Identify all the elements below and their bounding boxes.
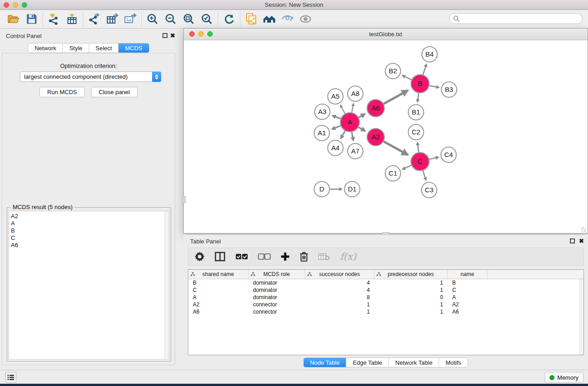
table-row[interactable]: Cdominator41C xyxy=(188,286,583,294)
hide-panel-eye-icon[interactable] xyxy=(278,11,296,27)
zoom-out-icon[interactable] xyxy=(162,11,180,27)
edge-A6-B[interactable] xyxy=(384,91,408,104)
cell-name[interactable]: B xyxy=(448,279,488,286)
edge-A-A2[interactable] xyxy=(359,127,365,131)
close-panel-button[interactable]: Close panel xyxy=(91,87,138,97)
add-column-plus-icon[interactable] xyxy=(281,250,290,263)
cell-predecessor-nodes[interactable]: 1 xyxy=(374,308,448,315)
column-visibility-icon[interactable] xyxy=(215,250,225,263)
cell-predecessor-nodes[interactable]: 1 xyxy=(374,301,448,308)
minimize-window-button[interactable] xyxy=(13,2,18,8)
mcds-result-list[interactable]: A2ABCA6 xyxy=(9,211,169,360)
tab-network-table[interactable]: Network Table xyxy=(389,358,439,367)
close-window-button[interactable] xyxy=(4,2,9,8)
table-options-gear-icon[interactable] xyxy=(195,250,205,263)
mcds-result-item[interactable]: A xyxy=(11,220,163,227)
cell-name[interactable]: A xyxy=(448,294,488,301)
tab-select[interactable]: Select xyxy=(89,43,119,52)
cell-successor-nodes[interactable]: 1 xyxy=(305,301,374,308)
run-mcds-button[interactable]: Run MCDS xyxy=(39,87,85,97)
cell-shared-name[interactable]: A xyxy=(188,294,249,301)
zoom-in-icon[interactable] xyxy=(143,11,162,27)
column-header-successor-nodes[interactable]: successor nodes xyxy=(305,270,374,279)
edge-B-B3[interactable] xyxy=(430,86,439,87)
search-input[interactable] xyxy=(460,14,582,23)
cell-MCDS-role[interactable]: connector xyxy=(249,308,305,315)
result-list-scrollbar[interactable] xyxy=(164,211,169,359)
cell-MCDS-role[interactable]: dominator xyxy=(249,286,305,294)
memory-button[interactable]: Memory xyxy=(545,372,583,383)
cell-MCDS-role[interactable]: connector xyxy=(249,301,305,308)
mcds-result-item[interactable]: C xyxy=(11,234,163,242)
tab-style[interactable]: Style xyxy=(63,43,89,52)
window-resize-grip[interactable] xyxy=(581,227,587,232)
mcds-result-item[interactable]: A2 xyxy=(11,213,163,220)
edge-C-C3[interactable] xyxy=(423,171,426,181)
edge-B-B2[interactable] xyxy=(402,76,411,80)
column-header-predecessor-nodes[interactable]: predecessor nodes xyxy=(374,270,448,279)
table-scrollbar[interactable] xyxy=(579,279,583,355)
cell-MCDS-role[interactable]: dominator xyxy=(249,294,305,301)
cell-shared-name[interactable]: B xyxy=(188,279,249,286)
edge-A-A6[interactable] xyxy=(359,114,365,118)
network-minimize-button[interactable] xyxy=(198,31,204,37)
optimization-criterion-select[interactable]: largest connected component (directed) xyxy=(20,71,161,82)
table-panel-float-icon[interactable] xyxy=(570,238,575,243)
network-graph[interactable]: AA1A2A3A4A5A6A7A8BB1B2B3B4CC1C2C3C4DD1 xyxy=(184,40,587,233)
vertical-divider-handle[interactable] xyxy=(182,196,186,203)
table-row[interactable]: Bdominator41B xyxy=(188,279,583,286)
cell-shared-name[interactable]: C xyxy=(188,286,249,294)
edge-A-A8[interactable] xyxy=(352,103,354,112)
column-header-name[interactable]: name xyxy=(448,270,488,279)
select-all-icon[interactable] xyxy=(235,250,248,263)
tab-mcds[interactable]: MCDS xyxy=(119,43,148,52)
cell-predecessor-nodes[interactable]: 1 xyxy=(374,286,448,294)
edge-A-A7[interactable] xyxy=(352,132,354,141)
apply-layout-icon[interactable] xyxy=(220,11,238,27)
export-image-icon[interactable] xyxy=(121,11,139,27)
tab-node-table[interactable]: Node Table xyxy=(304,358,347,367)
show-panel-eye-icon[interactable] xyxy=(296,11,315,27)
search-field[interactable] xyxy=(449,13,583,24)
table-row[interactable]: A6connector11A6 xyxy=(188,308,583,315)
control-panel-float-icon[interactable] xyxy=(163,33,167,38)
cell-name[interactable]: C xyxy=(448,286,488,294)
edge-C-C4[interactable] xyxy=(429,157,439,159)
cell-name[interactable]: A6 xyxy=(448,308,488,315)
cell-successor-nodes[interactable]: 1 xyxy=(305,308,374,315)
task-history-button[interactable] xyxy=(5,372,16,383)
edge-B-B4[interactable] xyxy=(423,64,426,75)
cell-MCDS-role[interactable]: dominator xyxy=(249,279,305,286)
delete-column-trash-icon[interactable] xyxy=(300,250,308,263)
edge-B-B1[interactable] xyxy=(417,93,419,102)
cell-shared-name[interactable]: A6 xyxy=(188,308,249,315)
table-panel-close-icon[interactable]: ✖ xyxy=(579,238,584,244)
open-session-icon[interactable] xyxy=(5,11,23,27)
network-files-icon[interactable] xyxy=(242,11,260,27)
mcds-result-item[interactable]: A6 xyxy=(11,242,163,249)
edge-A-A5[interactable] xyxy=(340,105,345,114)
control-panel-close-icon[interactable]: ✖ xyxy=(170,32,175,39)
zoom-fit-icon[interactable] xyxy=(180,11,198,27)
cell-successor-nodes[interactable]: 4 xyxy=(305,286,374,294)
table-row[interactable]: A2connector11A2 xyxy=(188,301,583,308)
tab-edge-table[interactable]: Edge Table xyxy=(346,358,389,367)
column-header-shared-name[interactable]: shared name xyxy=(188,270,249,279)
column-header-MCDS-role[interactable]: MCDS role xyxy=(249,270,305,279)
export-table-icon[interactable] xyxy=(103,11,121,27)
cell-name[interactable]: A2 xyxy=(448,301,488,308)
table-row[interactable]: Adominator80A xyxy=(188,294,583,301)
maximize-window-button[interactable] xyxy=(22,2,27,8)
cell-predecessor-nodes[interactable]: 0 xyxy=(374,294,448,301)
import-network-icon[interactable] xyxy=(45,11,63,27)
network-maximize-button[interactable] xyxy=(207,31,213,37)
deselect-all-icon[interactable] xyxy=(258,250,271,263)
network-canvas[interactable]: AA1A2A3A4A5A6A7A8BB1B2B3B4CC1C2C3C4DD1 xyxy=(184,40,587,233)
export-network-icon[interactable] xyxy=(85,11,103,27)
edge-A-A3[interactable] xyxy=(332,115,340,119)
zoom-selected-icon[interactable] xyxy=(198,11,216,27)
save-session-icon[interactable] xyxy=(23,11,41,27)
edge-A-A1[interactable] xyxy=(332,126,340,129)
edge-A-A4[interactable] xyxy=(341,131,345,138)
import-table-icon[interactable] xyxy=(63,11,81,27)
